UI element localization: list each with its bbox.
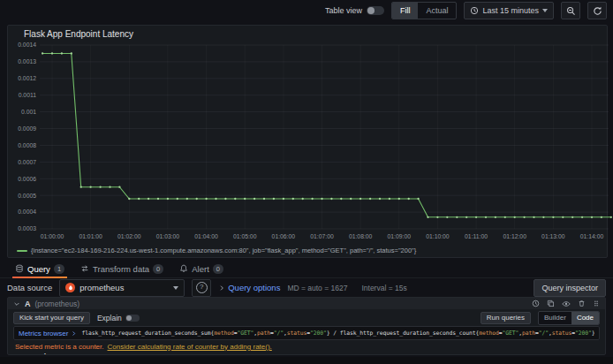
query-options-footer[interactable]: Options Legend: AutoFormat: Time seriesS… (8, 353, 605, 355)
datasource-label: Data source (7, 283, 52, 292)
trash-icon[interactable] (578, 300, 586, 307)
query-options-toggle[interactable]: Query options (218, 283, 280, 292)
panel-flask-latency: Flask App Endpoint Latency 0.00030.00040… (7, 25, 608, 258)
tab-transform-data[interactable]: Transform data0 (72, 260, 171, 277)
chart-legend: {instance="ec2-184-169-216-224.us-west-1… (17, 246, 416, 254)
promql-token: path (522, 330, 535, 337)
datasource-row: Data source prometheus ? Query options M… (0, 277, 613, 298)
svg-text:01:11:00: 01:11:00 (465, 233, 488, 239)
clock-icon[interactable] (532, 300, 540, 307)
transform-icon (80, 264, 89, 273)
tab-count-badge: 0 (153, 264, 163, 274)
promql-token: method (479, 330, 499, 337)
actual-button[interactable]: Actual (418, 3, 456, 19)
explain-switch[interactable] (125, 315, 140, 322)
datasource-name: prometheus (79, 283, 169, 292)
svg-text:0.0007: 0.0007 (18, 159, 36, 165)
promql-token: "/" (274, 330, 284, 337)
legend-series-swatch (17, 250, 27, 252)
option-summary-item: Legend: Auto (68, 353, 110, 356)
builder-mode-button[interactable]: Builder (539, 312, 571, 324)
tab-alert[interactable]: Alert0 (171, 260, 231, 277)
eye-icon[interactable] (562, 300, 571, 308)
legend-series-label[interactable]: {instance="ec2-184-169-216-224.us-west-1… (31, 246, 416, 254)
svg-text:0.0012: 0.0012 (18, 75, 36, 81)
query-inspector-button[interactable]: Query inspector (534, 279, 606, 297)
svg-text:0.0003: 0.0003 (18, 225, 36, 231)
timeseries-chart[interactable]: 0.00030.00040.00050.00060.00070.00080.00… (10, 38, 613, 245)
tab-query[interactable]: Query1 (7, 260, 72, 277)
fill-actual-group: Fill Actual (391, 2, 458, 19)
promql-expression-input[interactable]: flask_http_request_duration_seconds_sum{… (81, 330, 594, 337)
counter-warning-row: Selected metric is a counter. Consider c… (8, 342, 605, 351)
editor-toolbar: Table view Fill Actual Last 15 minutes (0, 0, 613, 21)
copy-icon[interactable] (547, 300, 555, 307)
question-circle-icon: ? (196, 282, 208, 293)
promql-token: } / flask_http_request_duration_seconds_… (327, 330, 479, 337)
datasource-picker[interactable]: prometheus (59, 279, 185, 297)
prometheus-icon (65, 283, 75, 292)
svg-text:01:07:00: 01:07:00 (310, 233, 334, 239)
promql-token: "200" (575, 330, 592, 337)
zoom-out-button[interactable] (561, 2, 580, 19)
options-summary: Legend: AutoFormat: Time seriesStep:Type… (68, 353, 316, 356)
explain-label: Explain (97, 314, 122, 322)
chevron-right-icon (71, 330, 77, 337)
svg-text:01:04:00: 01:04:00 (194, 233, 218, 239)
option-summary-item: Step: (190, 353, 207, 356)
promql-token: method (214, 330, 234, 337)
tab-label: Alert (192, 264, 209, 274)
query-row-actions (532, 300, 600, 308)
svg-text:01:14:00: 01:14:00 (580, 233, 604, 239)
datasource-help-button[interactable]: ? (192, 279, 211, 297)
builder-code-group: Builder Code (538, 311, 600, 325)
query-row-subheader: Kick start your query Explain Run querie… (8, 310, 605, 325)
svg-text:0.0004: 0.0004 (18, 209, 36, 215)
query-options-label: Query options (228, 283, 280, 292)
tab-count-badge: 0 (213, 264, 223, 274)
query-options-summary-item: Interval = 15s (361, 284, 406, 292)
metrics-browser-button[interactable]: Metrics browser (19, 330, 77, 337)
promql-token: status (552, 330, 572, 337)
run-queries-button[interactable]: Run queries (481, 312, 531, 324)
svg-text:0.0011: 0.0011 (19, 92, 37, 98)
zoom-out-icon (566, 6, 576, 16)
drag-icon[interactable] (593, 300, 600, 307)
kick-start-query-button[interactable]: Kick start your query (13, 312, 90, 324)
svg-text:01:03:00: 01:03:00 (156, 233, 180, 239)
promql-editor-row: Metrics browser flask_http_request_durat… (13, 326, 600, 340)
refresh-button[interactable] (587, 2, 607, 19)
refresh-icon (593, 6, 602, 16)
database-icon (15, 264, 24, 273)
svg-text:0.0009: 0.0009 (18, 125, 36, 132)
promql-token: } (592, 330, 594, 337)
query-row-header[interactable]: A (prometheus) (8, 298, 605, 309)
query-ref-id: A (25, 300, 31, 308)
time-range-picker[interactable]: Last 15 minutes (464, 2, 554, 19)
svg-text:01:08:00: 01:08:00 (349, 233, 373, 239)
svg-text:0.0005: 0.0005 (18, 193, 36, 199)
chevron-down-icon[interactable] (13, 300, 20, 307)
query-options-summary: MD = auto = 1627Interval = 15s (287, 284, 406, 292)
svg-text:01:01:00: 01:01:00 (79, 233, 102, 239)
fill-button[interactable]: Fill (392, 3, 419, 19)
option-summary-item: Format: Time series (118, 353, 181, 356)
promql-token: "/" (539, 330, 549, 337)
svg-text:01:05:00: 01:05:00 (233, 233, 257, 239)
add-rate-link[interactable]: Consider calculating rate of counter by … (108, 343, 272, 351)
svg-text:01:06:00: 01:06:00 (272, 233, 296, 239)
svg-text:01:09:00: 01:09:00 (388, 233, 412, 239)
table-view-label: Table view (325, 6, 362, 15)
code-mode-button[interactable]: Code (571, 312, 599, 324)
option-summary-item: Type: Range (216, 353, 255, 356)
grafana-panel-editor: Table view Fill Actual Last 15 minutes F… (0, 0, 613, 364)
chevron-right-icon (218, 284, 225, 292)
explain-toggle[interactable]: Explain (97, 314, 140, 322)
table-view-toggle[interactable]: Table view (325, 6, 384, 15)
promql-token: flask_http_request_duration_seconds_sum{ (81, 330, 214, 337)
svg-text:0.0013: 0.0013 (18, 58, 36, 64)
table-view-switch[interactable] (367, 6, 384, 15)
caret-down-icon (173, 286, 178, 290)
svg-text:01:00:00: 01:00:00 (41, 233, 64, 239)
svg-text:01:02:00: 01:02:00 (117, 233, 141, 239)
